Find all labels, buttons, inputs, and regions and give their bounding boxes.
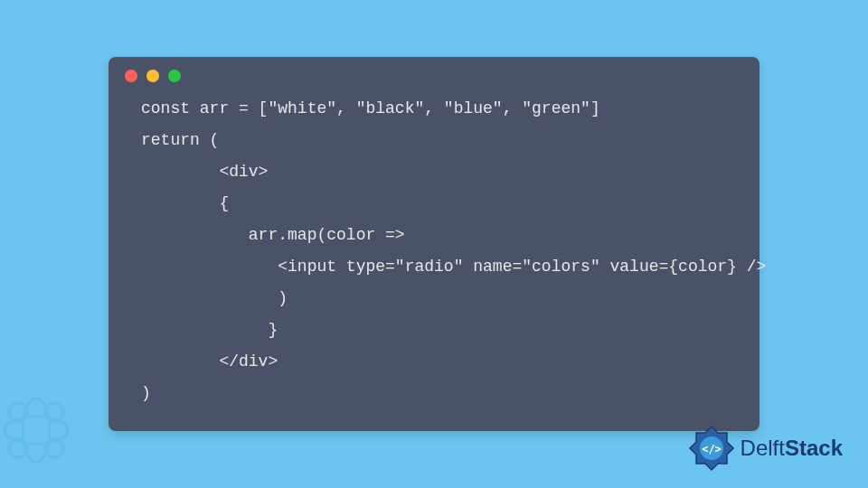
svg-point-4: [5, 417, 68, 444]
close-icon: [125, 70, 137, 82]
window-title-bar: [108, 57, 760, 89]
svg-text:</>: </>: [702, 443, 722, 455]
watermark-icon: [0, 385, 99, 488]
code-window: const arr = ["white", "black", "blue", "…: [108, 57, 760, 432]
minimize-icon: [146, 70, 159, 82]
svg-point-5: [23, 399, 50, 462]
brand-logo: </> DelftStack: [688, 425, 843, 472]
brand-name: DelftStack: [741, 436, 843, 461]
maximize-icon: [168, 70, 181, 82]
brand-badge-icon: </>: [688, 425, 735, 472]
code-content: const arr = ["white", "black", "blue", "…: [108, 89, 760, 410]
